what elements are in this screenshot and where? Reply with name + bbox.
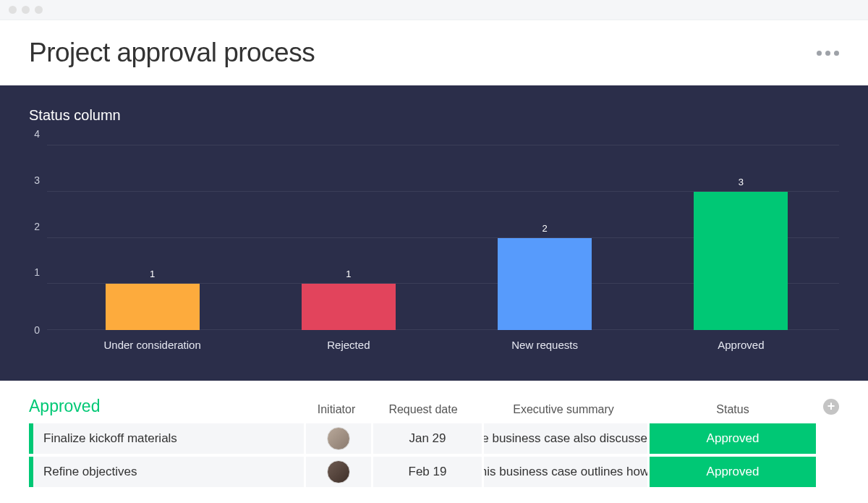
group-title[interactable]: Approved [29, 397, 304, 416]
table-section: Approved Initiator Request date Executiv… [0, 381, 868, 487]
row-trailing-spacer [816, 457, 839, 487]
cell-status[interactable]: Approved [650, 457, 816, 487]
column-header-executive-summary[interactable]: Executive summary [477, 403, 650, 416]
cell-status[interactable]: Approved [650, 423, 816, 454]
more-options-button[interactable] [817, 51, 839, 56]
cell-item-name[interactable]: Finalize kickoff materials [33, 423, 304, 454]
chart-bar-value: 1 [346, 269, 351, 279]
chart-bar-slot: 1 [250, 145, 446, 330]
y-tick: 0 [29, 324, 40, 336]
chart-bar-value: 1 [150, 269, 155, 279]
cell-initiator[interactable] [306, 457, 371, 487]
page-header: Project approval process [0, 20, 868, 85]
chart-title: Status column [29, 107, 839, 124]
chart-area: 0 1 2 3 4 1123 [43, 145, 839, 330]
y-tick: 3 [29, 174, 40, 186]
chart-x-label: New requests [447, 339, 643, 351]
table-row[interactable]: Refine objectivesFeb 19This business cas… [29, 457, 839, 487]
window-chrome [0, 0, 868, 20]
chart-x-label: Rejected [250, 339, 446, 351]
chart-plot: 1123 [54, 145, 839, 330]
cell-request-date[interactable]: Jan 29 [373, 423, 482, 454]
chart-panel: Status column 0 1 2 3 4 1123 Under consi… [0, 85, 868, 381]
chart-bar-slot: 2 [447, 145, 643, 330]
cell-request-date[interactable]: Feb 19 [373, 457, 482, 487]
chart-bar-value: 2 [542, 223, 548, 234]
column-headers: Initiator Request date Executive summary… [304, 403, 816, 416]
plus-icon: + [827, 399, 835, 414]
chart-bar-slot: 1 [54, 145, 250, 330]
chart-x-label: Under consideration [54, 339, 250, 351]
y-tick: 4 [29, 128, 40, 140]
column-header-initiator[interactable]: Initiator [304, 403, 369, 416]
window-control-close[interactable] [9, 6, 17, 14]
cell-initiator[interactable] [306, 423, 371, 454]
table-row[interactable]: Finalize kickoff materialsJan 29The busi… [29, 423, 839, 454]
y-tick: 1 [29, 266, 40, 278]
chart-x-labels: Under considerationRejectedNew requestsA… [54, 339, 839, 351]
group-header-row: Approved Initiator Request date Executiv… [29, 397, 839, 416]
avatar[interactable] [327, 460, 350, 483]
add-column-button[interactable]: + [823, 399, 839, 415]
cell-executive-summary[interactable]: This business case outlines how... [484, 457, 647, 487]
row-trailing-spacer [816, 423, 839, 454]
window-control-zoom[interactable] [35, 6, 43, 14]
table-body: Finalize kickoff materialsJan 29The busi… [29, 423, 839, 487]
y-tick: 2 [29, 221, 40, 232]
chart-bar[interactable] [106, 284, 200, 330]
chart-bar[interactable] [498, 238, 592, 331]
avatar[interactable] [327, 427, 350, 450]
column-header-request-date[interactable]: Request date [369, 403, 477, 416]
page-title: Project approval process [29, 38, 315, 68]
chart-bar[interactable] [694, 192, 788, 330]
cell-item-name[interactable]: Refine objectives [33, 457, 304, 487]
chart-bar-value: 3 [739, 177, 744, 187]
chart-bar[interactable] [302, 284, 396, 330]
column-header-status[interactable]: Status [650, 403, 816, 416]
window-control-minimize[interactable] [22, 6, 30, 14]
chart-x-label: Approved [643, 339, 839, 351]
chart-y-axis: 0 1 2 3 4 [29, 145, 43, 330]
chart-bar-slot: 3 [643, 145, 839, 330]
cell-executive-summary[interactable]: The business case also discusses... [484, 423, 647, 454]
